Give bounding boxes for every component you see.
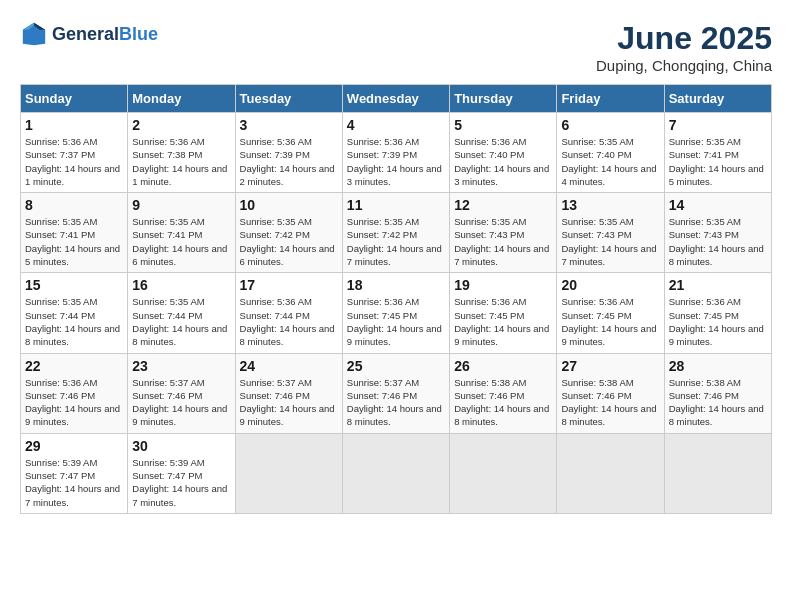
- cell-info: Sunrise: 5:37 AM Sunset: 7:46 PM Dayligh…: [347, 376, 445, 429]
- cell-info: Sunrise: 5:38 AM Sunset: 7:46 PM Dayligh…: [669, 376, 767, 429]
- col-wednesday: Wednesday: [342, 85, 449, 113]
- table-row: 19Sunrise: 5:36 AM Sunset: 7:45 PM Dayli…: [450, 273, 557, 353]
- day-number: 8: [25, 197, 123, 213]
- table-row: [664, 433, 771, 513]
- calendar-week-row: 22Sunrise: 5:36 AM Sunset: 7:46 PM Dayli…: [21, 353, 772, 433]
- cell-info: Sunrise: 5:35 AM Sunset: 7:42 PM Dayligh…: [347, 215, 445, 268]
- table-row: 17Sunrise: 5:36 AM Sunset: 7:44 PM Dayli…: [235, 273, 342, 353]
- table-row: 22Sunrise: 5:36 AM Sunset: 7:46 PM Dayli…: [21, 353, 128, 433]
- cell-info: Sunrise: 5:36 AM Sunset: 7:37 PM Dayligh…: [25, 135, 123, 188]
- day-number: 18: [347, 277, 445, 293]
- table-row: 11Sunrise: 5:35 AM Sunset: 7:42 PM Dayli…: [342, 193, 449, 273]
- cell-info: Sunrise: 5:36 AM Sunset: 7:39 PM Dayligh…: [240, 135, 338, 188]
- day-number: 4: [347, 117, 445, 133]
- header: GeneralBlue June 2025 Duping, Chongqing,…: [20, 20, 772, 74]
- day-number: 2: [132, 117, 230, 133]
- table-row: 15Sunrise: 5:35 AM Sunset: 7:44 PM Dayli…: [21, 273, 128, 353]
- table-row: 23Sunrise: 5:37 AM Sunset: 7:46 PM Dayli…: [128, 353, 235, 433]
- month-year: June 2025: [596, 20, 772, 57]
- cell-info: Sunrise: 5:36 AM Sunset: 7:45 PM Dayligh…: [561, 295, 659, 348]
- day-number: 20: [561, 277, 659, 293]
- table-row: 29Sunrise: 5:39 AM Sunset: 7:47 PM Dayli…: [21, 433, 128, 513]
- cell-info: Sunrise: 5:35 AM Sunset: 7:43 PM Dayligh…: [669, 215, 767, 268]
- location: Duping, Chongqing, China: [596, 57, 772, 74]
- cell-info: Sunrise: 5:35 AM Sunset: 7:44 PM Dayligh…: [25, 295, 123, 348]
- col-tuesday: Tuesday: [235, 85, 342, 113]
- cell-info: Sunrise: 5:39 AM Sunset: 7:47 PM Dayligh…: [25, 456, 123, 509]
- day-number: 7: [669, 117, 767, 133]
- cell-info: Sunrise: 5:38 AM Sunset: 7:46 PM Dayligh…: [454, 376, 552, 429]
- day-number: 12: [454, 197, 552, 213]
- day-number: 11: [347, 197, 445, 213]
- table-row: 5Sunrise: 5:36 AM Sunset: 7:40 PM Daylig…: [450, 113, 557, 193]
- table-row: 7Sunrise: 5:35 AM Sunset: 7:41 PM Daylig…: [664, 113, 771, 193]
- day-number: 24: [240, 358, 338, 374]
- logo: GeneralBlue: [20, 20, 158, 48]
- day-number: 22: [25, 358, 123, 374]
- day-number: 13: [561, 197, 659, 213]
- day-number: 10: [240, 197, 338, 213]
- table-row: 14Sunrise: 5:35 AM Sunset: 7:43 PM Dayli…: [664, 193, 771, 273]
- day-number: 21: [669, 277, 767, 293]
- table-row: 21Sunrise: 5:36 AM Sunset: 7:45 PM Dayli…: [664, 273, 771, 353]
- table-row: 28Sunrise: 5:38 AM Sunset: 7:46 PM Dayli…: [664, 353, 771, 433]
- day-number: 27: [561, 358, 659, 374]
- logo-blue: Blue: [119, 24, 158, 44]
- svg-marker-0: [23, 23, 45, 45]
- col-saturday: Saturday: [664, 85, 771, 113]
- cell-info: Sunrise: 5:35 AM Sunset: 7:41 PM Dayligh…: [669, 135, 767, 188]
- col-friday: Friday: [557, 85, 664, 113]
- cell-info: Sunrise: 5:36 AM Sunset: 7:40 PM Dayligh…: [454, 135, 552, 188]
- table-row: [557, 433, 664, 513]
- logo-icon: [20, 20, 48, 48]
- cell-info: Sunrise: 5:35 AM Sunset: 7:43 PM Dayligh…: [454, 215, 552, 268]
- logo-general: General: [52, 24, 119, 44]
- cell-info: Sunrise: 5:36 AM Sunset: 7:39 PM Dayligh…: [347, 135, 445, 188]
- calendar-week-row: 15Sunrise: 5:35 AM Sunset: 7:44 PM Dayli…: [21, 273, 772, 353]
- calendar-table: Sunday Monday Tuesday Wednesday Thursday…: [20, 84, 772, 514]
- cell-info: Sunrise: 5:37 AM Sunset: 7:46 PM Dayligh…: [132, 376, 230, 429]
- title-area: June 2025 Duping, Chongqing, China: [596, 20, 772, 74]
- table-row: 20Sunrise: 5:36 AM Sunset: 7:45 PM Dayli…: [557, 273, 664, 353]
- table-row: 12Sunrise: 5:35 AM Sunset: 7:43 PM Dayli…: [450, 193, 557, 273]
- cell-info: Sunrise: 5:35 AM Sunset: 7:41 PM Dayligh…: [25, 215, 123, 268]
- cell-info: Sunrise: 5:36 AM Sunset: 7:38 PM Dayligh…: [132, 135, 230, 188]
- day-number: 25: [347, 358, 445, 374]
- table-row: 1Sunrise: 5:36 AM Sunset: 7:37 PM Daylig…: [21, 113, 128, 193]
- day-number: 1: [25, 117, 123, 133]
- day-number: 9: [132, 197, 230, 213]
- table-row: 4Sunrise: 5:36 AM Sunset: 7:39 PM Daylig…: [342, 113, 449, 193]
- day-number: 19: [454, 277, 552, 293]
- col-sunday: Sunday: [21, 85, 128, 113]
- table-row: 3Sunrise: 5:36 AM Sunset: 7:39 PM Daylig…: [235, 113, 342, 193]
- table-row: 25Sunrise: 5:37 AM Sunset: 7:46 PM Dayli…: [342, 353, 449, 433]
- table-row: 2Sunrise: 5:36 AM Sunset: 7:38 PM Daylig…: [128, 113, 235, 193]
- cell-info: Sunrise: 5:36 AM Sunset: 7:45 PM Dayligh…: [669, 295, 767, 348]
- table-row: 13Sunrise: 5:35 AM Sunset: 7:43 PM Dayli…: [557, 193, 664, 273]
- cell-info: Sunrise: 5:35 AM Sunset: 7:41 PM Dayligh…: [132, 215, 230, 268]
- table-row: 16Sunrise: 5:35 AM Sunset: 7:44 PM Dayli…: [128, 273, 235, 353]
- table-row: 18Sunrise: 5:36 AM Sunset: 7:45 PM Dayli…: [342, 273, 449, 353]
- table-row: 6Sunrise: 5:35 AM Sunset: 7:40 PM Daylig…: [557, 113, 664, 193]
- day-number: 14: [669, 197, 767, 213]
- table-row: 9Sunrise: 5:35 AM Sunset: 7:41 PM Daylig…: [128, 193, 235, 273]
- calendar-week-row: 1Sunrise: 5:36 AM Sunset: 7:37 PM Daylig…: [21, 113, 772, 193]
- col-thursday: Thursday: [450, 85, 557, 113]
- table-row: 26Sunrise: 5:38 AM Sunset: 7:46 PM Dayli…: [450, 353, 557, 433]
- table-row: [235, 433, 342, 513]
- cell-info: Sunrise: 5:38 AM Sunset: 7:46 PM Dayligh…: [561, 376, 659, 429]
- cell-info: Sunrise: 5:36 AM Sunset: 7:45 PM Dayligh…: [347, 295, 445, 348]
- cell-info: Sunrise: 5:35 AM Sunset: 7:42 PM Dayligh…: [240, 215, 338, 268]
- day-number: 28: [669, 358, 767, 374]
- day-number: 26: [454, 358, 552, 374]
- cell-info: Sunrise: 5:35 AM Sunset: 7:44 PM Dayligh…: [132, 295, 230, 348]
- day-number: 15: [25, 277, 123, 293]
- day-number: 6: [561, 117, 659, 133]
- logo-text: GeneralBlue: [52, 24, 158, 45]
- day-number: 29: [25, 438, 123, 454]
- cell-info: Sunrise: 5:36 AM Sunset: 7:46 PM Dayligh…: [25, 376, 123, 429]
- col-monday: Monday: [128, 85, 235, 113]
- cell-info: Sunrise: 5:37 AM Sunset: 7:46 PM Dayligh…: [240, 376, 338, 429]
- cell-info: Sunrise: 5:36 AM Sunset: 7:45 PM Dayligh…: [454, 295, 552, 348]
- day-number: 5: [454, 117, 552, 133]
